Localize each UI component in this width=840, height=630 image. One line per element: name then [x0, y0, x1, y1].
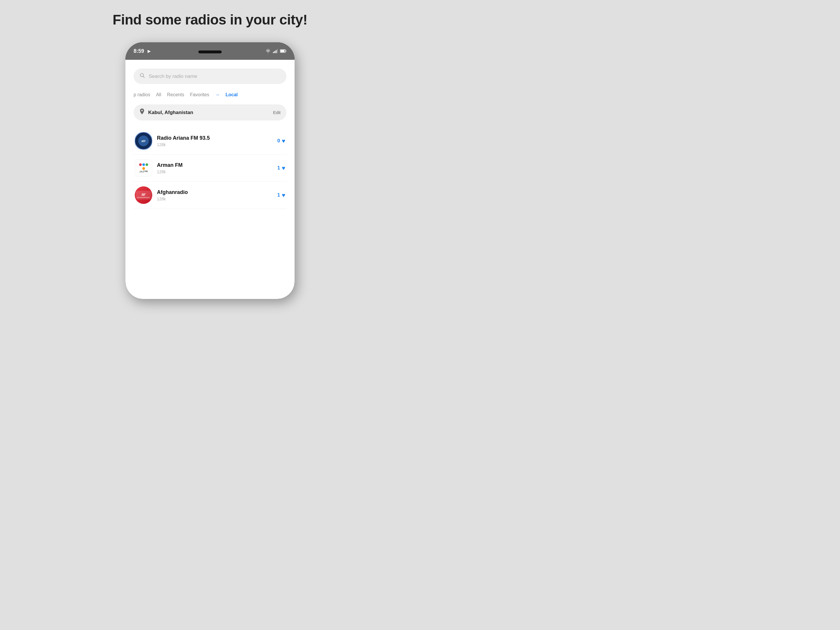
tab-favorites[interactable]: Favorites [190, 92, 209, 98]
fav-count: 1 [277, 192, 280, 198]
radio-logo-arman: آرمان FM [135, 159, 152, 177]
radio-bitrate: 128k [157, 169, 273, 174]
heart-icon: ♥ [282, 165, 285, 172]
page-title: Find some radios in your city! [112, 12, 308, 28]
status-time: 8:59 [134, 48, 144, 54]
radio-bitrate: 128k [157, 197, 273, 201]
location-bar[interactable]: Kabul, Afghanistan Edit [134, 104, 286, 120]
tab-all[interactable]: All [156, 92, 161, 98]
search-icon [139, 73, 145, 80]
radio-item[interactable]: آرمان FM Arman FM 128k 1 ♥ [134, 155, 286, 182]
location-name: Kabul, Afghanistan [148, 110, 270, 115]
radio-item[interactable]: ar AFGHANRADIO Afghanradio 128k 1 ♥ [134, 182, 286, 209]
radio-name: Arman FM [157, 162, 273, 168]
radio-logo-afghan: ar AFGHANRADIO [135, 186, 152, 204]
svg-rect-1 [275, 51, 275, 53]
svg-rect-6 [281, 50, 285, 52]
search-bar[interactable]: Search by radio name [134, 68, 286, 84]
play-icon: ▶ [148, 49, 151, 54]
battery-icon [280, 49, 286, 53]
search-placeholder: Search by radio name [149, 74, 197, 79]
radio-favorites[interactable]: 1 ♥ [277, 192, 285, 199]
radio-favorites[interactable]: 0 ♥ [277, 138, 285, 144]
phone-screen: Search by radio name p radios All Recent… [125, 60, 295, 299]
tab-arrow-icon: → [215, 92, 219, 98]
tab-recents[interactable]: Recents [167, 92, 184, 98]
arman-logo-text: آرمان FM [139, 171, 148, 173]
phone-mockup: 8:59 ▶ [125, 42, 295, 299]
radio-name: Radio Ariana FM 93.5 [157, 135, 273, 141]
radio-list: atr Radio Ariana FM 93.5 128k 0 ♥ [134, 128, 286, 209]
radio-item[interactable]: atr Radio Ariana FM 93.5 128k 0 ♥ [134, 128, 286, 155]
svg-rect-3 [277, 49, 278, 53]
signal-icon [273, 49, 278, 53]
tab-local[interactable]: Local [226, 92, 238, 98]
fav-count: 1 [277, 165, 280, 171]
radio-info: Afghanradio 128k [157, 189, 273, 201]
heart-icon: ♥ [282, 192, 285, 199]
radio-info: Arman FM 128k [157, 162, 273, 174]
location-icon [139, 109, 145, 116]
status-icons [265, 49, 286, 53]
tab-top-radios[interactable]: p radios [134, 92, 150, 98]
radio-bitrate: 128k [157, 142, 273, 147]
radio-logo-ariana: atr [135, 132, 152, 150]
svg-line-8 [143, 76, 145, 78]
radio-name: Afghanradio [157, 189, 273, 196]
radio-info: Radio Ariana FM 93.5 128k [157, 135, 273, 147]
wifi-icon [265, 49, 271, 53]
svg-rect-0 [273, 52, 274, 53]
phone-speaker [198, 51, 222, 54]
svg-rect-2 [276, 50, 276, 53]
svg-rect-5 [286, 51, 286, 52]
radio-favorites[interactable]: 1 ♥ [277, 165, 285, 172]
location-edit-button[interactable]: Edit [273, 110, 281, 115]
heart-icon: ♥ [282, 138, 285, 144]
fav-count: 0 [277, 138, 280, 144]
tabs-row: p radios All Recents Favorites → Local [134, 92, 286, 98]
